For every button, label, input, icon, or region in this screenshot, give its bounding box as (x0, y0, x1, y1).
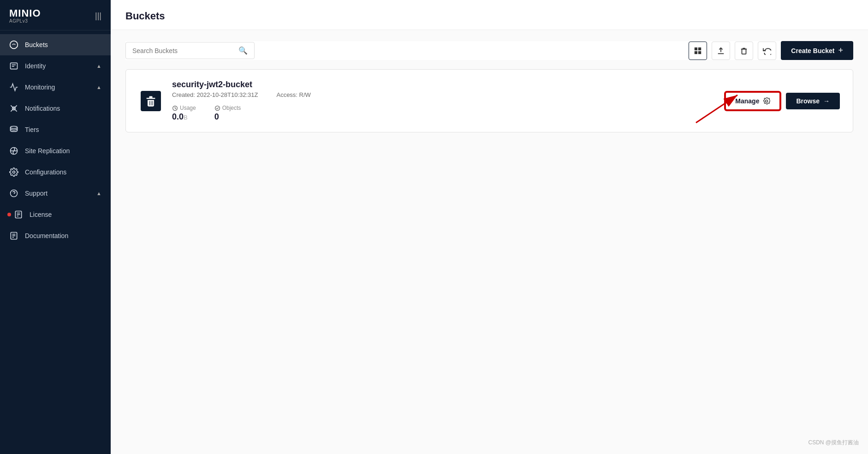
objects-value: 0 (214, 112, 241, 122)
page-title: Buckets (125, 10, 853, 22)
sidebar-item-label-documentation: Documentation (25, 232, 101, 239)
configurations-icon (9, 167, 18, 177)
browse-button-label: Browse (796, 97, 820, 105)
sidebar-item-configurations[interactable]: Configurations (0, 161, 111, 183)
svg-rect-23 (742, 49, 746, 54)
svg-point-8 (13, 171, 15, 173)
upload-button[interactable] (712, 42, 730, 60)
logo-minio: MINIO (9, 8, 41, 18)
usage-stat: Usage 0.0B (172, 105, 196, 122)
sidebar: MINIO AGPLv3 ||| Buckets Identity ▲ Moni… (0, 0, 111, 454)
sidebar-item-label-tiers: Tiers (25, 126, 101, 133)
monitoring-icon (9, 83, 18, 92)
bucket-actions: Manage Browse → (725, 92, 840, 110)
objects-label: Objects (214, 105, 241, 111)
logo-sub: AGPLv3 (9, 18, 41, 24)
bucket-name: security-jwt2-bucket (172, 80, 716, 90)
svg-point-0 (10, 41, 18, 49)
create-bucket-button[interactable]: Create Bucket + (781, 41, 853, 60)
refresh-button[interactable] (758, 42, 776, 60)
main-content: Buckets 🔍 Create Bucket + (111, 0, 868, 454)
sidebar-item-identity[interactable]: Identity ▲ (0, 55, 111, 77)
svg-point-5 (11, 126, 18, 129)
identity-arrow-icon: ▲ (96, 63, 101, 69)
usage-unit: B (184, 114, 188, 121)
bucket-meta: Created: 2022-10-28T10:32:31Z Access: R/… (172, 91, 716, 98)
sidebar-nav: Buckets Identity ▲ Monitoring ▲ Notifica… (0, 30, 111, 454)
sidebar-item-notifications[interactable]: Notifications (0, 98, 111, 119)
sidebar-item-label-configurations: Configurations (25, 168, 101, 176)
license-dot (7, 213, 11, 216)
sidebar-logo: MINIO AGPLv3 ||| (0, 0, 111, 30)
sidebar-item-documentation[interactable]: Documentation (0, 225, 111, 246)
search-box[interactable]: 🔍 (125, 42, 255, 59)
identity-icon (9, 61, 18, 71)
sidebar-item-monitoring[interactable]: Monitoring ▲ (0, 77, 111, 98)
delete-button[interactable] (735, 42, 753, 60)
notifications-icon (9, 104, 18, 113)
watermark: CSDN @摸鱼打酱油 (808, 439, 859, 447)
toolbar: 🔍 Create Bucket + (125, 41, 853, 60)
support-arrow-icon: ▲ (96, 191, 101, 196)
documentation-icon (9, 231, 18, 240)
sidebar-item-label-buckets: Buckets (25, 41, 101, 48)
license-icon (14, 210, 23, 219)
bucket-created: Created: 2022-10-28T10:32:31Z (172, 91, 258, 98)
browse-arrow-icon: → (823, 97, 830, 105)
bucket-stats: Usage 0.0B Objects 0 (172, 105, 716, 122)
svg-point-26 (766, 100, 768, 102)
main-body: 🔍 Create Bucket + (111, 30, 868, 454)
browse-button[interactable]: Browse → (786, 93, 840, 109)
bucket-card-icon (141, 91, 161, 111)
grid-view-button[interactable] (689, 42, 707, 60)
sidebar-item-label-identity: Identity (25, 62, 90, 70)
site-replication-icon (9, 146, 18, 155)
sidebar-item-label-site-replication: Site Replication (25, 147, 101, 155)
objects-stat: Objects 0 (214, 105, 241, 122)
usage-value-wrap: 0.0B (172, 112, 196, 122)
sidebar-item-label-monitoring: Monitoring (25, 84, 90, 91)
svg-rect-21 (695, 51, 697, 54)
sidebar-item-license[interactable]: License (0, 204, 111, 225)
manage-button-label: Manage (735, 97, 759, 105)
search-input[interactable] (132, 47, 235, 54)
bucket-card: security-jwt2-bucket Created: 2022-10-28… (125, 69, 853, 132)
create-bucket-label: Create Bucket (791, 47, 834, 54)
bucket-info: security-jwt2-bucket Created: 2022-10-28… (172, 80, 716, 122)
bucket-icon-wrap (139, 89, 163, 113)
svg-rect-20 (698, 47, 701, 50)
sidebar-item-label-support: Support (25, 190, 90, 197)
monitoring-arrow-icon: ▲ (96, 84, 101, 90)
sidebar-item-site-replication[interactable]: Site Replication (0, 140, 111, 161)
menu-toggle-icon[interactable]: ||| (95, 11, 101, 21)
create-bucket-plus-icon: + (838, 46, 843, 55)
logo-text: MINIO AGPLv3 (9, 8, 41, 24)
search-icon: 🔍 (238, 46, 248, 55)
support-icon (9, 189, 18, 198)
bucket-icon (9, 40, 18, 49)
sidebar-item-label-license: License (30, 211, 101, 218)
tiers-icon (9, 125, 18, 134)
sidebar-item-label-notifications: Notifications (25, 105, 101, 112)
usage-value: 0.0 (172, 112, 184, 121)
bucket-access: Access: R/W (276, 91, 310, 98)
svg-rect-22 (698, 51, 701, 54)
usage-label: Usage (172, 105, 196, 111)
svg-rect-19 (695, 47, 697, 50)
sidebar-item-tiers[interactable]: Tiers (0, 119, 111, 140)
main-header: Buckets (111, 0, 868, 30)
sidebar-item-buckets[interactable]: Buckets (0, 34, 111, 55)
manage-button[interactable]: Manage (725, 92, 780, 110)
sidebar-item-support[interactable]: Support ▲ (0, 183, 111, 204)
